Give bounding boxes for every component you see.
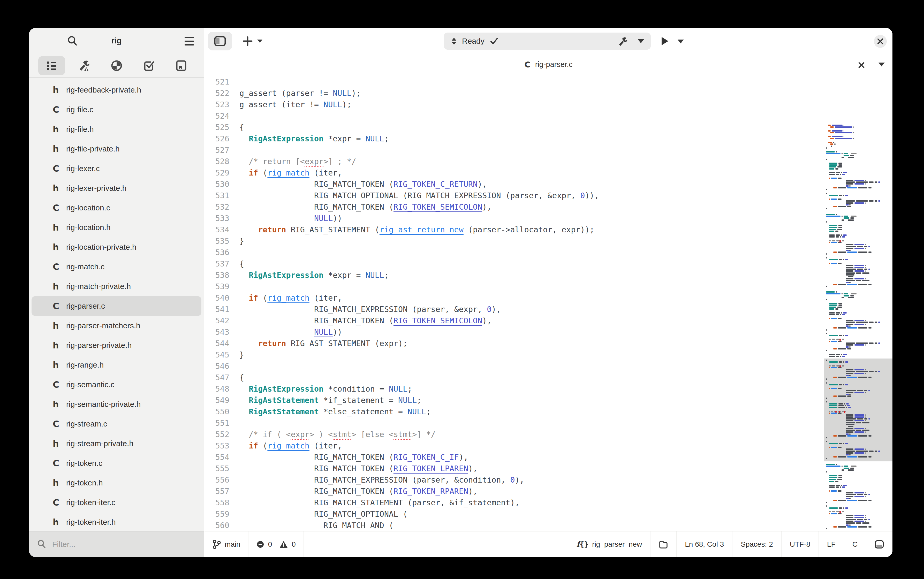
code-line[interactable]: 551: [204, 417, 823, 429]
code-line[interactable]: 525{: [204, 122, 823, 133]
code-line[interactable]: 531 RIG_MATCH_OPTIONAL (RIG_MATCH_EXPRES…: [204, 190, 823, 201]
minimap-row: [824, 183, 893, 185]
filter-input[interactable]: [52, 540, 196, 549]
code-line[interactable]: 546: [204, 361, 823, 372]
symbol-indicator[interactable]: f{} rig_parser_new: [568, 532, 651, 557]
indentation-setting[interactable]: Spaces: 2: [732, 532, 781, 557]
code-line[interactable]: 552 /* if ( <expr> ) <stmt> [else <stmt>…: [204, 429, 823, 440]
code-line[interactable]: 550 RigAstStatement *else_statement = NU…: [204, 406, 823, 417]
code-line[interactable]: 524: [204, 110, 823, 122]
language-setting[interactable]: C: [844, 532, 866, 557]
file-item[interactable]: hrig-location-private.h: [31, 237, 201, 257]
code-line[interactable]: 537{: [204, 258, 823, 270]
new-document-menu-caret[interactable]: [257, 39, 262, 43]
file-item[interactable]: Crig-stream.c: [31, 414, 201, 434]
code-line[interactable]: 555 RIG_MATCH_TOKEN (RIG_TOKEN_LPAREN),: [204, 463, 823, 474]
code-line[interactable]: 541 RIG_MATCH_EXPRESSION (parser, &expr,…: [204, 304, 823, 315]
file-item[interactable]: hrig-lexer-private.h: [31, 178, 201, 198]
file-item[interactable]: Crig-parser.c: [31, 296, 201, 316]
file-item[interactable]: hrig-semantic-private.h: [31, 394, 201, 414]
file-item[interactable]: hrig-feedback-private.h: [31, 80, 201, 100]
file-item[interactable]: hrig-location.h: [31, 218, 201, 237]
file-item[interactable]: hrig-range.h: [31, 355, 201, 375]
code-line[interactable]: 560 RIG_MATCH_AND (: [204, 520, 823, 531]
branch-indicator[interactable]: main: [204, 532, 249, 557]
omnibar[interactable]: Ready: [444, 33, 651, 50]
code-line[interactable]: 543 NULL)): [204, 327, 823, 338]
file-item[interactable]: Crig-file.c: [31, 100, 201, 119]
code-line[interactable]: 532 RIG_MATCH_TOKEN (RIG_TOKEN_SEMICOLON…: [204, 201, 823, 213]
code-line[interactable]: 558 RIG_MATCH_STATEMENT (parser, &if_sta…: [204, 497, 823, 509]
code-line[interactable]: 559 RIG_MATCH_OPTIONAL (: [204, 509, 823, 520]
minimap-row: [824, 242, 893, 243]
code-line[interactable]: 549 RigAstStatement *if_statement = NULL…: [204, 395, 823, 406]
menu-icon[interactable]: [182, 34, 197, 49]
line-ending-setting[interactable]: LF: [819, 532, 844, 557]
file-item[interactable]: hrig-token.h: [31, 473, 201, 493]
file-item[interactable]: hrig-file-private.h: [31, 139, 201, 159]
omnibar-caret[interactable]: [638, 39, 644, 43]
file-item[interactable]: hrig-stream-private.h: [31, 434, 201, 453]
code-line[interactable]: 545}: [204, 349, 823, 361]
code-line[interactable]: 539: [204, 281, 823, 292]
code-line[interactable]: 526 RigAstExpression *expr = NULL;: [204, 133, 823, 144]
code-line[interactable]: 557 RIG_MATCH_TOKEN (RIG_TOKEN_RPAREN),: [204, 486, 823, 497]
project-folder-button[interactable]: [650, 532, 676, 557]
run-button[interactable]: [659, 34, 671, 48]
tab-build-issues[interactable]: [70, 56, 98, 75]
code-line[interactable]: 528 /* return [<expr>] ; */: [204, 156, 823, 167]
code-line[interactable]: 521: [204, 76, 823, 88]
file-item[interactable]: Crig-semantic.c: [31, 375, 201, 394]
toggle-sidebar-button[interactable]: [208, 32, 232, 51]
code-line[interactable]: 556 RIG_MATCH_EXPRESSION (parser, &condi…: [204, 474, 823, 486]
minimap-row: [824, 185, 893, 186]
tab-profiler[interactable]: [103, 56, 130, 75]
code-line[interactable]: 536: [204, 247, 823, 258]
file-item[interactable]: hrig-parser-matchers.h: [31, 316, 201, 335]
tab-close-button[interactable]: [856, 60, 867, 70]
file-item[interactable]: Crig-token.c: [31, 453, 201, 473]
tab-list-caret[interactable]: [878, 62, 885, 66]
file-item[interactable]: Crig-match.c: [31, 257, 201, 276]
code-line[interactable]: 554 RIG_MATCH_TOKEN (RIG_TOKEN_C_IF),: [204, 451, 823, 463]
minimap[interactable]: [824, 123, 893, 505]
code-line[interactable]: 548 RigAstExpression *condition = NULL;: [204, 383, 823, 395]
file-item[interactable]: Crig-location.c: [31, 198, 201, 218]
run-menu-caret[interactable]: [678, 39, 684, 43]
code-line[interactable]: 547{: [204, 372, 823, 383]
file-item[interactable]: Crig-token-iter.c: [31, 493, 201, 512]
code-line[interactable]: 527: [204, 144, 823, 156]
file-item[interactable]: hrig-match-private.h: [31, 276, 201, 296]
code-line[interactable]: 530 RIG_MATCH_TOKEN (RIG_TOKEN_C_RETURN)…: [204, 178, 823, 190]
line-number: 544: [204, 338, 229, 349]
code-line[interactable]: 522g_assert (parser != NULL);: [204, 88, 823, 99]
build-hammer-icon[interactable]: [617, 36, 628, 46]
code-line[interactable]: 529 if (rig_match (iter,: [204, 167, 823, 178]
new-document-button[interactable]: [239, 32, 256, 51]
tab-project-tree[interactable]: [38, 56, 65, 75]
file-item[interactable]: hrig-token-iter.h: [31, 512, 201, 531]
tab-file-name[interactable]: rig-parser.c: [535, 60, 572, 69]
code-view[interactable]: 521522g_assert (parser != NULL);523g_ass…: [204, 76, 823, 531]
file-item[interactable]: Crig-lexer.c: [31, 159, 201, 178]
cursor-position[interactable]: Ln 68, Col 3: [676, 532, 732, 557]
encoding-setting[interactable]: UTF-8: [781, 532, 819, 557]
minimap-row: [824, 348, 893, 350]
file-item[interactable]: hrig-file.h: [31, 119, 201, 139]
code-line[interactable]: 534 return RIG_AST_STATEMENT (rig_ast_re…: [204, 224, 823, 236]
code-line[interactable]: 523g_assert (iter != NULL);: [204, 99, 823, 110]
keyboard-indicator[interactable]: [866, 532, 893, 557]
diagnostics-indicator[interactable]: 0 0: [249, 532, 304, 557]
code-line[interactable]: 553 if (rig_match (iter,: [204, 440, 823, 451]
tab-bookmarks[interactable]: [168, 56, 195, 75]
file-item[interactable]: hrig-parser-private.h: [31, 335, 201, 355]
code-line[interactable]: 542 RIG_MATCH_TOKEN (RIG_TOKEN_SEMICOLON…: [204, 315, 823, 327]
code-line[interactable]: 544 return RIG_AST_STATEMENT (expr);: [204, 338, 823, 349]
code-editor[interactable]: 521522g_assert (parser != NULL);523g_ass…: [204, 75, 893, 531]
code-line[interactable]: 540 if (rig_match (iter,: [204, 292, 823, 304]
code-line[interactable]: 538 RigAstExpression *expr = NULL;: [204, 270, 823, 281]
code-line[interactable]: 533 NULL)): [204, 213, 823, 224]
code-line[interactable]: 535}: [204, 236, 823, 247]
window-close-button[interactable]: [874, 35, 887, 48]
tab-todo[interactable]: [136, 56, 162, 75]
